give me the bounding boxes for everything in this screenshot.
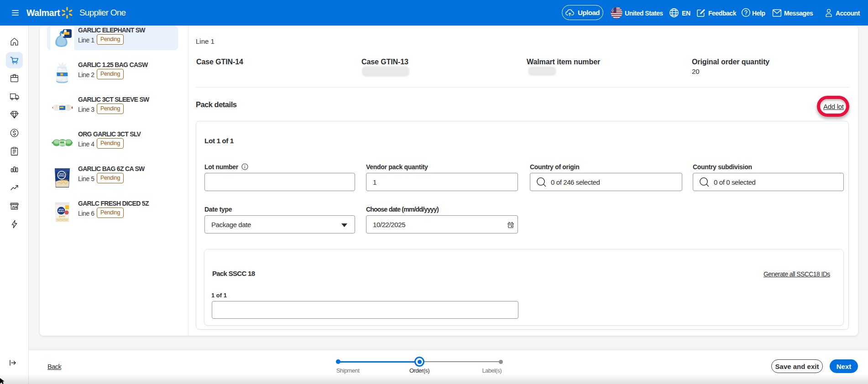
svg-text:SPICE: SPICE [59, 209, 64, 211]
svg-text:WORLD: WORLD [58, 211, 64, 213]
svg-text:garlic: garlic [60, 179, 68, 182]
svg-text:WORLD: WORLD [59, 175, 65, 177]
svg-text:garlic: garlic [58, 215, 65, 218]
svg-text:SPICE: SPICE [59, 173, 64, 175]
